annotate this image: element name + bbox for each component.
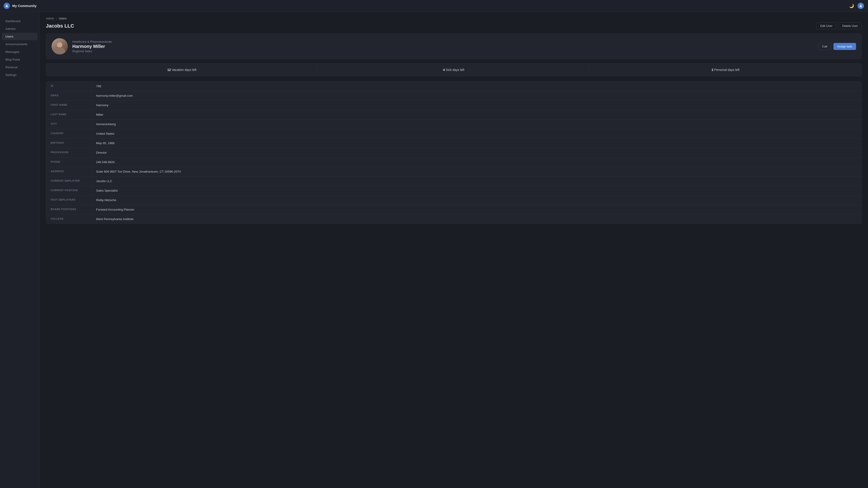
details-table: ID798EMAILharmony.miller@gmail.comFIRST … bbox=[46, 81, 862, 224]
edit-user-button[interactable]: Edit User bbox=[816, 22, 836, 29]
topbar-right: 🌙 bbox=[849, 3, 864, 9]
table-row: COUNTRYUnited States bbox=[46, 129, 862, 138]
sidebar-item-users[interactable]: Users bbox=[2, 33, 37, 40]
detail-label: PAST EMPLOYERS bbox=[46, 195, 91, 205]
sidebar-item-messages[interactable]: Messages bbox=[2, 48, 37, 56]
detail-value: Suite 809 9607 Tori Drive, New Jonathant… bbox=[91, 167, 862, 176]
dark-mode-icon[interactable]: 🌙 bbox=[849, 3, 854, 8]
detail-label: ADDRESS bbox=[46, 167, 91, 176]
detail-value: United States bbox=[91, 129, 862, 138]
table-row: CURRENT EMPLOYERJacobs LLC bbox=[46, 176, 862, 186]
table-row: PROFESSIONDirector bbox=[46, 148, 862, 158]
avatar-image bbox=[52, 38, 68, 55]
table-row: CURRENT POSITIONSales Specialist bbox=[46, 186, 862, 195]
detail-value: Forward Accounting Planner bbox=[91, 205, 862, 214]
table-row: COLLEGEWest Pennsylvania Institute bbox=[46, 215, 862, 224]
detail-label: LAST NAME bbox=[46, 110, 91, 119]
svg-point-0 bbox=[6, 4, 7, 6]
profile-company: Healthcare & Pharmaceuticals bbox=[72, 40, 112, 43]
breadcrumb: Admin › Users bbox=[46, 17, 862, 20]
detail-value: Harmony bbox=[91, 101, 862, 110]
detail-label: COLLEGE bbox=[46, 215, 91, 224]
table-row: PAST EMPLOYERSReilly-Nitzsche bbox=[46, 195, 862, 205]
content-area: Admin › Users Jacobs LLC Edit User Delet… bbox=[39, 12, 868, 488]
detail-label: FIRST NAME bbox=[46, 101, 91, 110]
detail-value: Homenickberg bbox=[91, 120, 862, 129]
profile-actions: Call Assign task bbox=[818, 43, 856, 50]
profile-name: Harmony Miller bbox=[72, 44, 112, 49]
stats-row: 12 Vacation days left 4 Sick days left 2… bbox=[46, 63, 862, 76]
profile-role: Regional Sales bbox=[72, 50, 112, 53]
detail-value: Jacobs LLC bbox=[91, 176, 862, 186]
call-button[interactable]: Call bbox=[818, 43, 831, 50]
main-wrapper: Dashboard Admins Users Announcements Mes… bbox=[0, 0, 868, 488]
delete-user-button[interactable]: Delete User bbox=[838, 22, 862, 29]
detail-value: 798 bbox=[91, 82, 862, 91]
detail-value: Reilly-Nitzsche bbox=[91, 195, 862, 205]
profile-info: Healthcare & Pharmaceuticals Harmony Mil… bbox=[72, 40, 112, 53]
detail-label: CURRENT POSITION bbox=[46, 186, 91, 195]
detail-value: West Pennsylvania Institute bbox=[91, 215, 862, 224]
app-logo-icon bbox=[4, 3, 10, 9]
sick-days-stat: 4 Sick days left bbox=[318, 64, 590, 76]
breadcrumb-admin[interactable]: Admin bbox=[46, 17, 54, 20]
table-row: BOARD POSITIONSForward Accounting Planne… bbox=[46, 205, 862, 215]
sidebar-item-admins[interactable]: Admins bbox=[2, 25, 37, 33]
table-row: PHONE246.548.9920 bbox=[46, 158, 862, 167]
detail-label: COUNTRY bbox=[46, 129, 91, 138]
sidebar-item-announcements[interactable]: Announcements bbox=[2, 40, 37, 48]
svg-point-1 bbox=[860, 4, 861, 6]
detail-value: harmony.miller@gmail.com bbox=[91, 91, 862, 100]
page-title: Jacobs LLC bbox=[46, 23, 74, 29]
table-row: EMAILharmony.miller@gmail.com bbox=[46, 91, 862, 101]
detail-value: Director bbox=[91, 148, 862, 157]
detail-label: CURRENT EMPLOYER bbox=[46, 176, 91, 186]
app-title: My Community bbox=[12, 4, 37, 8]
breadcrumb-separator: › bbox=[56, 17, 57, 20]
detail-label: BOARD POSITIONS bbox=[46, 205, 91, 214]
detail-label: BIRTHDAY bbox=[46, 138, 91, 148]
detail-value: 246.548.9920 bbox=[91, 158, 862, 167]
assign-task-button[interactable]: Assign task bbox=[833, 43, 856, 50]
sidebar: Dashboard Admins Users Announcements Mes… bbox=[0, 12, 39, 488]
table-row: CITYHomenickberg bbox=[46, 120, 862, 129]
detail-label: ID bbox=[46, 82, 91, 91]
table-row: LAST NAMEMiller bbox=[46, 110, 862, 120]
detail-label: EMAIL bbox=[46, 91, 91, 100]
detail-label: CITY bbox=[46, 120, 91, 129]
personal-days-stat: 2 Personal days left bbox=[590, 64, 862, 76]
detail-value: May 05, 1966 bbox=[91, 138, 862, 148]
profile-left: Healthcare & Pharmaceuticals Harmony Mil… bbox=[52, 38, 112, 55]
user-avatar[interactable] bbox=[858, 3, 864, 9]
table-row: ID798 bbox=[46, 82, 862, 91]
breadcrumb-users: Users bbox=[59, 17, 66, 20]
header-actions: Edit User Delete User bbox=[816, 22, 862, 29]
detail-label: PHONE bbox=[46, 158, 91, 167]
topbar: My Community 🌙 bbox=[0, 0, 868, 12]
table-row: BIRTHDAYMay 05, 1966 bbox=[46, 138, 862, 148]
avatar bbox=[52, 38, 68, 55]
detail-value: Miller bbox=[91, 110, 862, 119]
table-row: FIRST NAMEHarmony bbox=[46, 101, 862, 110]
sidebar-item-revenue[interactable]: Revenue bbox=[2, 64, 37, 71]
vacation-days-stat: 12 Vacation days left bbox=[46, 64, 318, 76]
detail-value: Sales Specialist bbox=[91, 186, 862, 195]
topbar-left: My Community bbox=[4, 3, 37, 9]
sidebar-item-dashboard[interactable]: Dashboard bbox=[2, 18, 37, 25]
sidebar-item-settings[interactable]: Settings bbox=[2, 71, 37, 78]
table-row: ADDRESSSuite 809 9607 Tori Drive, New Jo… bbox=[46, 167, 862, 176]
detail-label: PROFESSION bbox=[46, 148, 91, 157]
sidebar-nav: Dashboard Admins Users Announcements Mes… bbox=[0, 14, 39, 82]
page-header: Jacobs LLC Edit User Delete User bbox=[46, 22, 862, 29]
sidebar-item-blog-posts[interactable]: Blog Posts bbox=[2, 56, 37, 63]
profile-card: Healthcare & Pharmaceuticals Harmony Mil… bbox=[46, 33, 862, 59]
